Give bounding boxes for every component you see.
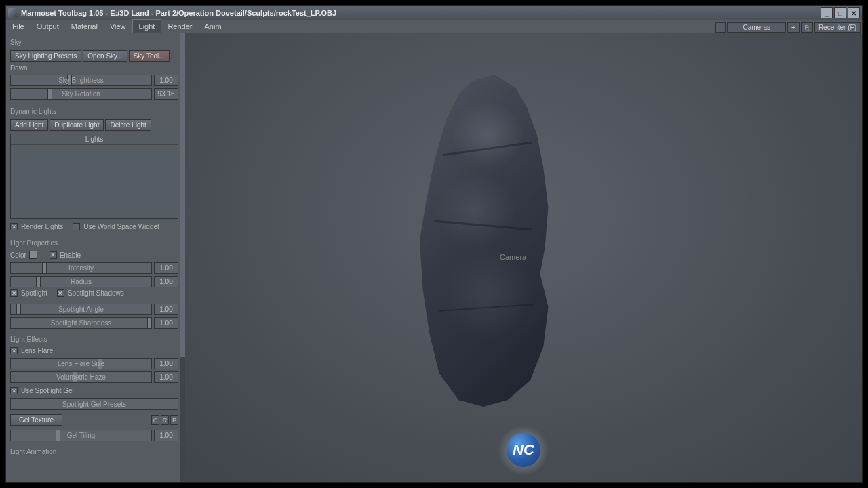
haze-value[interactable]: 1.00 (154, 371, 178, 383)
gel-r-button[interactable]: R (161, 415, 169, 425)
intensity-value[interactable]: 1.00 (154, 262, 178, 274)
scrollbar-thumb[interactable] (180, 33, 185, 357)
render-lights-checkbox[interactable]: ✕ (10, 223, 18, 230)
spotlight-checkbox[interactable]: ✕ (10, 289, 18, 297)
menubar: File Output Material View Light Render A… (6, 20, 862, 33)
world-space-checkbox[interactable] (73, 223, 80, 230)
menu-render[interactable]: Render (161, 20, 198, 33)
intensity-slider[interactable]: Intensity (10, 262, 152, 274)
color-swatch[interactable] (29, 251, 37, 259)
slider-label: Volumetric Haze (56, 373, 106, 381)
lights-list-header: Lights (11, 134, 178, 145)
slider-label: Gel Tiling (67, 432, 96, 439)
slider-label: Lens Flare Size (58, 360, 104, 367)
gel-tiling-slider[interactable]: Gel Tiling (10, 430, 152, 441)
duplicate-light-button[interactable]: Duplicate Light (50, 119, 104, 131)
menu-material[interactable]: Material (65, 20, 104, 33)
gel-c-button[interactable]: C (151, 415, 159, 425)
app-window: Marmoset Toolbag 1.05 - E:/3D Land - Par… (5, 5, 863, 483)
camera-label: Camera (500, 253, 526, 261)
color-label: Color (10, 251, 26, 259)
slider-label: Spotlight Sharpness (51, 319, 112, 327)
slider-handle[interactable] (147, 318, 152, 328)
gel-texture-button[interactable]: Gel Texture (10, 414, 62, 426)
slider-label: Intensity (68, 264, 94, 272)
window-controls: _ □ ✕ (821, 7, 860, 18)
watermark-text: NC (507, 433, 540, 467)
camera-add-button[interactable]: + (787, 22, 800, 33)
sidebar-scrollbar[interactable] (180, 33, 185, 482)
sky-preset-name: Dawn (10, 64, 178, 72)
menu-file[interactable]: File (6, 20, 31, 33)
sky-brightness-value[interactable]: 1.00 (154, 75, 178, 86)
flare-size-value[interactable]: 1.00 (154, 358, 178, 369)
enable-checkbox[interactable]: ✕ (50, 251, 57, 259)
slider-handle[interactable] (47, 89, 52, 99)
spot-angle-slider[interactable]: Spotlight Angle (10, 304, 152, 315)
sky-rotation-slider[interactable]: Sky Rotation (10, 88, 152, 100)
add-light-button[interactable]: Add Light (10, 119, 48, 131)
slider-handle[interactable] (16, 304, 21, 314)
slider-label: Radius (71, 278, 92, 285)
render-lights-label: Render Lights (21, 223, 63, 230)
delete-light-button[interactable]: Delete Light (105, 119, 151, 131)
radius-value[interactable]: 1.00 (154, 276, 178, 287)
app-icon (8, 8, 18, 18)
use-gel-label: Use Spotlight Gel (21, 387, 74, 394)
minimize-button[interactable]: _ (821, 7, 833, 18)
content-area: Sky Sky Lighting Presets Open Sky... Sky… (6, 33, 862, 482)
spotlight-label: Spotlight (21, 289, 47, 297)
sky-rotation-value[interactable]: 93.16 (154, 88, 178, 100)
recenter-button[interactable]: Recenter (F) (814, 22, 861, 33)
gel-tiling-value[interactable]: 1.00 (154, 430, 178, 441)
lights-list[interactable]: Lights (10, 134, 178, 219)
watermark-icon: NC (498, 425, 549, 475)
menu-view[interactable]: View (104, 20, 132, 33)
light-anim-label: Light Animation (10, 448, 178, 455)
radius-slider[interactable]: Radius (10, 276, 152, 287)
slider-label: Spotlight Angle (58, 306, 104, 313)
menu-light[interactable]: Light (132, 19, 162, 33)
haze-slider[interactable]: Volumetric Haze (10, 371, 152, 383)
slider-handle[interactable] (56, 430, 60, 441)
titlebar: Marmoset Toolbag 1.05 - E:/3D Land - Par… (6, 6, 862, 20)
lens-flare-checkbox[interactable]: ✕ (10, 347, 18, 354)
slider-handle[interactable] (36, 277, 41, 287)
dynamic-lights-label: Dynamic Lights (10, 108, 178, 115)
gel-presets-button[interactable]: Spotlight Gel Presets (10, 398, 178, 410)
light-panel: Sky Sky Lighting Presets Open Sky... Sky… (6, 33, 185, 482)
spot-sharp-slider[interactable]: Spotlight Sharpness (10, 317, 152, 329)
spot-shadows-checkbox[interactable]: ✕ (57, 289, 64, 297)
gel-p-button[interactable]: P (170, 415, 178, 425)
camera-prev-button[interactable]: - (715, 22, 726, 33)
light-effects-label: Light Effects (10, 336, 178, 343)
menu-output[interactable]: Output (31, 20, 65, 33)
light-props-label: Light Properties (10, 239, 178, 247)
close-button[interactable]: ✕ (848, 7, 860, 18)
slider-label: Sky Rotation (62, 90, 100, 98)
viewport-3d[interactable]: Camera NC (185, 33, 862, 482)
use-gel-checkbox[interactable]: ✕ (10, 387, 18, 394)
camera-select[interactable]: Cameras (727, 22, 786, 33)
flare-size-slider[interactable]: Lens Flare Size (10, 358, 152, 369)
world-space-label: Use World Space Widget (83, 223, 159, 230)
spot-shadows-label: Spotlight Shadows (68, 289, 124, 297)
lens-flare-label: Lens Flare (21, 347, 53, 354)
sky-tool-button[interactable]: Sky Tool... (129, 50, 170, 62)
rock-mesh (410, 75, 573, 407)
enable-label: Enable (60, 251, 81, 259)
menu-anim[interactable]: Anim (198, 20, 227, 33)
sky-presets-button[interactable]: Sky Lighting Presets (10, 50, 81, 62)
sky-section-label: Sky (10, 39, 178, 46)
slider-handle[interactable] (42, 263, 47, 273)
gel-presets-label: Spotlight Gel Presets (62, 401, 126, 408)
camera-dup-button[interactable]: ⎘ (801, 22, 813, 33)
spot-angle-value[interactable]: 1.00 (154, 304, 178, 315)
maximize-button[interactable]: □ (834, 7, 846, 18)
sky-brightness-slider[interactable]: Sky Brightness (10, 75, 152, 86)
open-sky-button[interactable]: Open Sky... (83, 50, 127, 62)
slider-label: Sky Brightness (58, 77, 104, 84)
window-title: Marmoset Toolbag 1.05 - E:/3D Land - Par… (21, 9, 336, 17)
spot-sharp-value[interactable]: 1.00 (154, 317, 178, 329)
